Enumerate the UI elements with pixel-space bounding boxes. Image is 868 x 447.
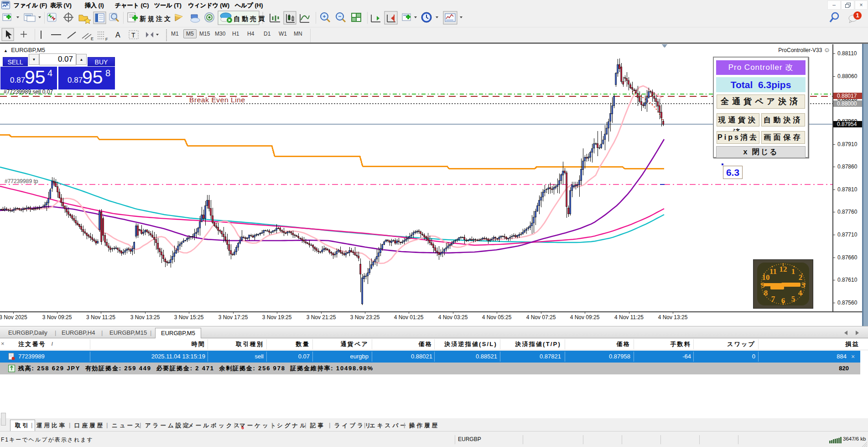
svg-text:E: E <box>91 37 94 41</box>
svg-text:A: A <box>115 31 120 39</box>
svg-text:T: T <box>131 32 135 39</box>
svg-text:1: 1 <box>856 12 859 19</box>
svg-text:F: F <box>105 37 108 42</box>
